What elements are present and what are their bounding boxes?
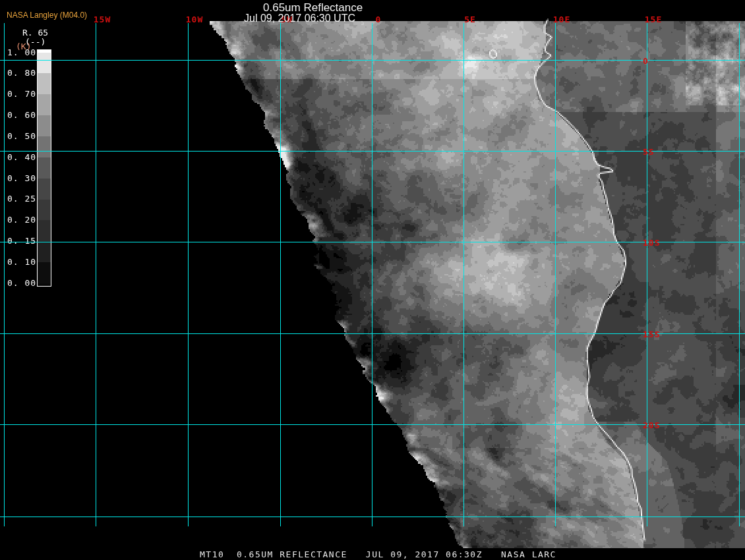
colorbar-tick-label: 0. 30 (7, 173, 36, 182)
longitude-label: 0 (376, 14, 382, 24)
colorbar-tick-label: 0. 10 (7, 257, 36, 267)
colorbar-tick-label: 0. 40 (7, 152, 36, 161)
colorbar-tick-label: 0. 80 (7, 68, 36, 78)
latitude-label: 15S (643, 329, 660, 339)
colorbar-gradient-bar (37, 49, 51, 287)
colorbar-tick-label: 0. 50 (7, 130, 36, 140)
longitude-label: 10E (553, 14, 570, 24)
colorbar-title: R. 65 (22, 28, 48, 38)
latitude-label: 20S (643, 420, 660, 430)
latitude-label: 0 (643, 56, 649, 66)
colorbar-tick-label: 0. 25 (7, 194, 36, 204)
satellite-viewer: 0.65um Reflectance Jul 09, 2017 06:30 UT… (0, 0, 745, 560)
colorbar-tick-label: 1. 00 (7, 47, 36, 57)
colorbar-tick-label: 0. 20 (7, 215, 36, 225)
satellite-image (0, 0, 745, 560)
colorbar-tick-label: 0. 70 (7, 89, 36, 99)
colorbar-tick-label: 0. 15 (7, 236, 36, 246)
colorbar-tick-label: 0. 60 (7, 110, 36, 120)
footer-caption: MT10 0.65UM REFLECTANCE JUL 09, 2017 06:… (200, 549, 556, 559)
credit-label: NASA Langley (M04.0) (7, 11, 87, 20)
latitude-label: 10S (643, 238, 660, 248)
longitude-label: 5E (464, 14, 476, 24)
colorbar-tick-label: 0. 00 (7, 277, 36, 287)
longitude-label: 10W (186, 14, 203, 24)
longitude-label: 15E (645, 14, 662, 24)
latitude-label: 5S (643, 147, 655, 157)
longitude-label: 15W (94, 14, 111, 24)
page-subtitle-datetime: Jul 09, 2017 06:30 UTC (244, 13, 355, 24)
